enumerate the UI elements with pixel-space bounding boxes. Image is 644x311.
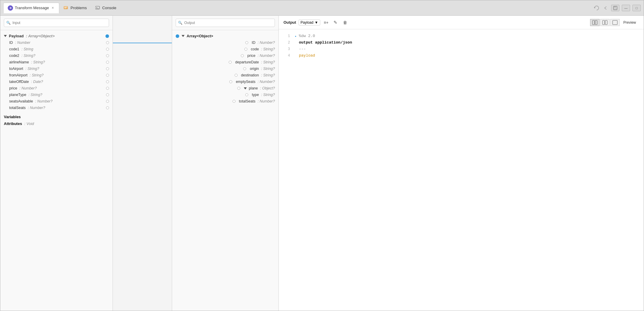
payload-dropdown[interactable]: Payload ▼ <box>299 20 320 25</box>
connector-svg <box>113 16 172 311</box>
connection-dot-code2[interactable] <box>106 54 109 57</box>
output-dot-plane[interactable] <box>237 87 240 90</box>
back-icon[interactable] <box>602 5 609 11</box>
output-panel: 🔍 Array<Object> ID : Number? <box>172 16 279 311</box>
connection-dot-id[interactable] <box>106 41 109 44</box>
input-section-variables[interactable]: Variables <box>0 113 113 120</box>
output-dot-price[interactable] <box>241 54 244 57</box>
plane-expand-icon <box>244 87 247 89</box>
dropdown-arrow: ▼ <box>315 20 318 25</box>
window-controls: — □ <box>593 5 641 11</box>
output-expand-icon <box>182 35 185 37</box>
input-field-planetype[interactable]: planeType : String? <box>0 92 113 98</box>
input-section-attributes[interactable]: Attributes : Void <box>0 120 113 127</box>
view-split-button[interactable] <box>590 19 600 26</box>
tab-close-button[interactable]: ✕ <box>51 6 55 10</box>
input-field-airlinename[interactable]: airlineName : String? <box>0 59 113 65</box>
svg-rect-3 <box>64 8 66 8</box>
output-field-plane[interactable]: plane : Object? <box>172 85 278 92</box>
output-field-code[interactable]: code : String? <box>172 46 278 52</box>
output-tree: Array<Object> ID : Number? code : String… <box>172 30 278 311</box>
problems-icon <box>63 6 69 10</box>
code-editor[interactable]: 1 ● %dw 2.0 2 output application/json <box>279 29 644 311</box>
view-single-button[interactable] <box>610 19 620 26</box>
input-field-takeoffdate[interactable]: takeOffDate : Date? <box>0 78 113 85</box>
code-line-4: 4 payload <box>279 52 644 59</box>
output-dot-id[interactable] <box>245 41 248 44</box>
connection-dot-airlinename[interactable] <box>106 61 109 64</box>
connection-dot-takeoffdate[interactable] <box>106 80 109 83</box>
input-field-id[interactable]: ID : Number <box>0 39 113 46</box>
input-tree: Payload : Array<Object> ID : Number code… <box>0 30 113 311</box>
save-button[interactable] <box>611 5 619 11</box>
edit-button[interactable]: ✎ <box>332 19 339 26</box>
maximize-button[interactable]: □ <box>632 5 641 11</box>
output-dot-plane-type[interactable] <box>245 93 248 96</box>
console-icon <box>95 6 100 10</box>
connection-dot-payload[interactable] <box>105 34 109 38</box>
output-field-departuredate[interactable]: departureDate : String? <box>172 59 278 65</box>
code-line-2: 2 output application/json <box>279 39 644 46</box>
output-dot-destination[interactable] <box>235 74 238 77</box>
minimize-button[interactable]: — <box>622 5 630 11</box>
input-field-code2[interactable]: code2 : String? <box>0 52 113 59</box>
output-field-destination[interactable]: destination : String? <box>172 72 278 78</box>
code-panel: Output Payload ▼ ≡+ ✎ 🗑 <box>279 16 644 311</box>
input-field-code1[interactable]: code1 : String <box>0 46 113 52</box>
svg-rect-13 <box>605 20 607 25</box>
output-field-plane-totalseats[interactable]: totalSeats : Number? <box>172 98 278 105</box>
tab-problems-label: Problems <box>71 6 87 10</box>
input-field-price[interactable]: price : Number? <box>0 85 113 92</box>
tab-problems[interactable]: Problems <box>59 3 91 13</box>
main-window: Transform Message ✕ Problems <box>0 0 644 311</box>
svg-rect-2 <box>64 7 67 7</box>
expand-icon <box>4 35 7 37</box>
input-field-toairport[interactable]: toAirport : String? <box>0 65 113 72</box>
svg-rect-7 <box>614 6 616 7</box>
connection-dot-totalseats[interactable] <box>106 106 109 109</box>
output-field-emptyseats[interactable]: emptySeats : Number? <box>172 78 278 85</box>
search-icon: 🔍 <box>6 21 11 25</box>
svg-rect-11 <box>595 20 597 25</box>
output-field-origin[interactable]: origin : String? <box>172 65 278 72</box>
output-dot-departuredate[interactable] <box>229 61 232 64</box>
output-tree-root[interactable]: Array<Object> <box>172 33 278 39</box>
input-field-seatsavailable[interactable]: seatsAvailable : Number? <box>0 98 113 105</box>
refresh-icon[interactable] <box>593 5 600 11</box>
main-content: 🔍 Payload : Array<Object> ID : <box>0 16 644 311</box>
payload-label: Payload <box>301 20 313 25</box>
input-search-wrapper: 🔍 <box>0 16 113 30</box>
output-dot-plane-totalseats[interactable] <box>233 100 236 103</box>
tab-transform-message[interactable]: Transform Message ✕ <box>3 3 59 13</box>
code-line-1: 1 ● %dw 2.0 <box>279 33 644 39</box>
input-field-totalseats[interactable]: totalSeats : Number? <box>0 105 113 111</box>
output-search[interactable] <box>176 19 275 27</box>
output-label: Output <box>283 20 296 25</box>
connection-dot-seatsavailable[interactable] <box>106 100 109 103</box>
input-field-fromairport[interactable]: fromAirport : String? <box>0 72 113 78</box>
output-field-id[interactable]: ID : Number? <box>172 39 278 46</box>
connection-dot-toairport[interactable] <box>106 67 109 70</box>
output-dot-origin[interactable] <box>243 67 246 70</box>
view-dual-button[interactable] <box>600 19 610 26</box>
output-dot-code[interactable] <box>244 48 247 51</box>
connection-dot-price[interactable] <box>106 87 109 90</box>
add-mapping-button[interactable]: ≡+ <box>323 19 330 26</box>
preview-button[interactable]: Preview <box>620 20 639 25</box>
connection-dot-planetype[interactable] <box>106 93 109 96</box>
tab-console[interactable]: Console <box>91 3 121 13</box>
delete-button[interactable]: 🗑 <box>342 19 349 26</box>
output-dot-emptyseats[interactable] <box>229 80 232 83</box>
output-field-price[interactable]: price : Number? <box>172 52 278 59</box>
svg-rect-8 <box>614 8 616 9</box>
view-toggle-group: Preview <box>590 19 639 26</box>
connection-dot-code1[interactable] <box>106 48 109 51</box>
code-line-3: 3 --- <box>279 46 644 52</box>
input-tree-payload[interactable]: Payload : Array<Object> <box>0 33 113 39</box>
output-field-plane-type[interactable]: type : String? <box>172 92 278 98</box>
input-search[interactable] <box>4 19 109 27</box>
svg-rect-10 <box>592 20 595 25</box>
tab-transform-label: Transform Message <box>15 6 49 10</box>
connection-dot-fromairport[interactable] <box>106 74 109 77</box>
output-connection-dot-root[interactable] <box>176 34 179 38</box>
